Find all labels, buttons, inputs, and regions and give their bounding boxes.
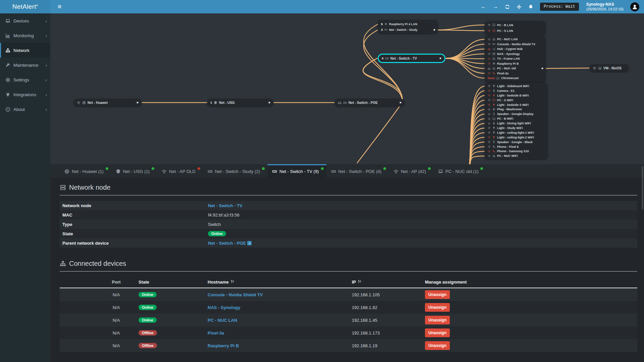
tab-pc-nuc-old-1-[interactable]: PC - NUC old (1) (433, 164, 486, 178)
node-connector[interactable] (137, 102, 139, 104)
sidebar-item-monitoring[interactable]: Monitoring‹ (0, 28, 50, 43)
tab-net-ap-42-[interactable]: Net - AP (42) (389, 164, 433, 178)
cell-hostname: NAS - Synology (206, 305, 350, 310)
sort-icon[interactable] (358, 280, 362, 284)
sidebar-item-settings[interactable]: Settings‹ (0, 72, 50, 87)
node-link[interactable]: Net - Switch - TV (208, 203, 243, 208)
app-logo[interactable]: NetAlertx (0, 0, 50, 13)
device-row[interactable]: Camera - E1 (485, 88, 547, 93)
cell-state: Offline (136, 330, 206, 336)
state-badge: Offline (139, 330, 157, 336)
topology-node-huawei[interactable]: Net - Huawei (74, 99, 142, 106)
host-name: Synology-NAS (586, 2, 624, 7)
device-row[interactable]: PC - NUC old (485, 66, 546, 71)
unassign-button[interactable]: Unassign (425, 303, 450, 312)
device-row[interactable]: NAS - Synology (485, 52, 546, 57)
device-row[interactable]: PC - NUC WiFi (485, 154, 547, 158)
status-dot (321, 167, 324, 170)
device-label: Console - Nvidia Shield TV (497, 43, 535, 46)
device-row[interactable]: PC - S LAN (485, 28, 546, 34)
cell-ip: 192.168.1.105 (350, 292, 423, 297)
device-row[interactable]: Light - ceiling-light-1 WiFi (485, 130, 547, 135)
status-dot (198, 167, 200, 170)
topology-row-net-switch-study[interactable]: 3Net - Switch - Study (378, 27, 438, 33)
forward-icon[interactable]: → (493, 4, 498, 9)
topology-node-usg[interactable]: 1Net - USG (207, 99, 273, 106)
tab-net-switch-study-2-[interactable]: Net - Switch - Study (2) (203, 164, 267, 178)
sidebar-toggle-icon[interactable]: ≡ (55, 3, 64, 10)
device-row[interactable]: Light - bedside S WiFi (485, 103, 547, 107)
sidebar-item-maintenance[interactable]: Maintenance‹ (0, 58, 50, 72)
external-link-icon[interactable]: ↗ (247, 241, 252, 245)
back-icon[interactable]: ← (481, 4, 486, 9)
topology-node-study-group[interactable]: 5Raspberry Pi 4 LAN3Net - Switch - Study (378, 20, 438, 34)
column-header-hostname[interactable]: Hostname (206, 280, 350, 285)
device-row[interactable]: Phone - Pixel 6 (485, 144, 547, 149)
node-connector[interactable] (268, 102, 270, 104)
notifications-bell-icon[interactable] (528, 4, 533, 9)
sidebar-item-devices[interactable]: Devices‹ (0, 13, 50, 28)
device-row[interactable]: Raspberry Pi B (485, 61, 546, 66)
unassign-button[interactable]: Unassign (425, 316, 450, 324)
node-connector[interactable] (433, 29, 435, 31)
device-row[interactable]: Light - Dining light WiFi (485, 121, 547, 126)
tab-net-ap-old[interactable]: Net - AP OLD (157, 164, 203, 178)
device-row[interactable]: Light - bedside B WiFi (485, 93, 547, 98)
device-row[interactable]: NoneChromecast (485, 76, 546, 81)
hostname-link[interactable]: Pixel-3a (208, 330, 224, 336)
unassign-button[interactable]: Unassign (425, 341, 450, 350)
device-row[interactable]: PC - B WiFi (485, 116, 547, 121)
network-node-row: StateOnline (60, 229, 637, 238)
topology-node-poe[interactable]: Net - Switch - POE (335, 99, 405, 106)
refresh-icon[interactable] (505, 4, 510, 9)
sidebar-item-about[interactable]: About‹ (0, 102, 50, 117)
device-row[interactable]: Light - Sideboard WiFi (485, 84, 547, 88)
phone-icon (492, 145, 495, 148)
unassign-button[interactable]: Unassign (425, 290, 450, 299)
device-row[interactable]: PC - S WiFi (485, 98, 547, 103)
user-avatar[interactable] (630, 2, 639, 11)
network-topology-diagram[interactable]: Net - Huawei1Net - USGNet - Switch - POE… (50, 13, 644, 164)
device-row[interactable]: Hub - Cygnet Hub (485, 47, 546, 52)
topology-node-vm[interactable]: VM - NixOS (590, 64, 629, 72)
node-connector[interactable] (541, 67, 543, 69)
sort-icon[interactable] (230, 280, 234, 284)
column-header-ip[interactable]: IP (350, 280, 423, 285)
sidebar-item-integrations[interactable]: Integrations‹ (0, 87, 50, 102)
plug-icon (5, 92, 10, 97)
hostname-link[interactable]: Console - Nvidia Shield TV (208, 292, 263, 297)
tab-net-huawei-1-[interactable]: Net - Huawei (1) (60, 164, 111, 178)
device-row[interactable]: Pixel-3a (485, 71, 546, 76)
tab-net-switch-tv-9-[interactable]: Net - Switch - TV (9) (267, 164, 326, 178)
device-row[interactable]: Plug - Washroom (485, 107, 547, 112)
device-row[interactable]: Console - Nvidia Shield TV (485, 42, 546, 47)
device-row[interactable]: Light - Study WiFi (485, 126, 547, 130)
sidebar-item-network[interactable]: Network (0, 43, 50, 58)
network-node-row: MACf4:92:bf:a3:f3:56 (60, 210, 637, 220)
device-row[interactable]: Light - ceiling-light-2 WiFi (485, 135, 547, 140)
hostname-link[interactable]: NAS - Synology (208, 305, 240, 310)
node-link[interactable]: Net - Switch - POE (208, 241, 246, 246)
device-row[interactable]: PC - NUC LAN (485, 37, 546, 42)
device-row[interactable]: TV - Frame LAN (485, 56, 546, 61)
device-row[interactable]: Speaker - Google - Black (485, 140, 547, 144)
topology-row-raspberry-pi-4-lan[interactable]: 5Raspberry Pi 4 LAN (378, 21, 438, 27)
unassign-button[interactable]: Unassign (425, 328, 450, 337)
fullscreen-move-icon[interactable] (517, 4, 522, 9)
device-row[interactable]: PC - B LAN (485, 22, 546, 28)
phone-icon (492, 150, 495, 153)
hostname-link[interactable]: PC - NUC LAN (208, 318, 237, 323)
node-connector[interactable] (399, 102, 401, 104)
device-label: Camera - E1 (497, 89, 515, 93)
hostname-link[interactable]: Raspberry Pi B (208, 343, 239, 348)
wifi-icon (488, 29, 491, 32)
device-row[interactable]: Phone - Samsung S10 (485, 149, 547, 154)
device-row[interactable]: Speaker - Google Display (485, 112, 547, 116)
tab-net-switch-poe-4-[interactable]: Net - Switch - POE (4) (326, 164, 389, 178)
vertical-scrollbar[interactable] (642, 166, 643, 209)
tab-net-usg-1-[interactable]: Net - USG (1) (111, 164, 157, 178)
device-label: PC - S WiFi (497, 99, 513, 102)
wifi-icon (488, 57, 491, 60)
topology-node-tv[interactable]: 4Net - Switch - TV (379, 55, 444, 62)
node-connector[interactable] (439, 57, 441, 59)
